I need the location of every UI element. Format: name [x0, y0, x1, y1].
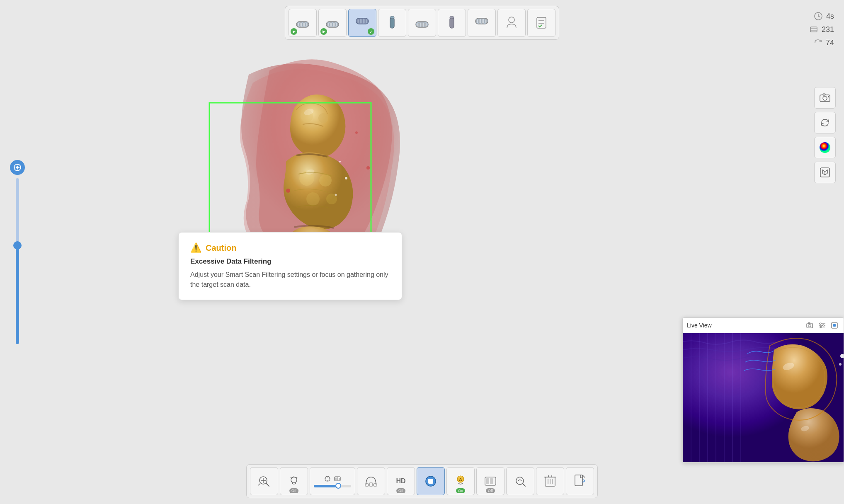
svg-rect-19	[420, 22, 422, 27]
top-btn-person[interactable]	[497, 9, 526, 37]
smart-badge: On	[456, 488, 465, 493]
slider-icon[interactable]	[10, 160, 25, 175]
bottom-btn-arch[interactable]	[357, 467, 385, 495]
svg-point-16	[390, 16, 394, 19]
svg-point-60	[339, 161, 341, 162]
svg-rect-90	[575, 475, 582, 486]
camera-btn[interactable]	[814, 87, 836, 109]
top-btn-bite[interactable]	[378, 9, 406, 37]
svg-point-61	[335, 194, 337, 196]
svg-point-44	[16, 166, 19, 169]
svg-rect-22	[450, 17, 454, 28]
svg-rect-18	[417, 23, 419, 27]
top-btn-checklist[interactable]	[527, 9, 555, 37]
right-stats: 4s 231 74	[809, 12, 834, 47]
svg-point-23	[450, 16, 454, 19]
top-btn-lower3[interactable]	[408, 9, 436, 37]
svg-point-98	[822, 325, 824, 326]
svg-point-115	[839, 363, 842, 366]
svg-rect-12	[360, 19, 362, 24]
bottom-slider-btn[interactable]	[310, 467, 355, 495]
bottom-btn-smart[interactable]: A On	[446, 467, 475, 495]
slider-fill	[314, 485, 336, 487]
svg-rect-82	[486, 478, 489, 484]
count1-value: 231	[822, 25, 834, 34]
count2-value: 74	[826, 39, 834, 47]
live-view-camera	[683, 333, 844, 463]
svg-rect-25	[477, 19, 478, 23]
svg-rect-91	[807, 323, 812, 328]
live-view-close-btn[interactable]	[829, 320, 839, 330]
svg-rect-40	[828, 96, 829, 97]
refresh-icon	[813, 38, 822, 47]
off-badge: Off	[486, 488, 495, 493]
svg-rect-3	[303, 22, 305, 27]
svg-point-48	[319, 174, 332, 187]
top-btn-upper2[interactable]	[468, 9, 496, 37]
svg-point-97	[820, 323, 821, 325]
svg-rect-34	[810, 27, 817, 32]
svg-rect-101	[833, 324, 836, 327]
svg-rect-11	[357, 19, 359, 23]
layers-icon	[809, 25, 818, 34]
live-view-panel: Live View	[682, 317, 844, 463]
svg-point-59	[345, 177, 347, 179]
hd-badge: Off	[396, 488, 405, 493]
bottom-btn-hd[interactable]: HD Off	[387, 467, 415, 495]
stat-time-row: 4s	[809, 12, 834, 21]
caution-subtitle: Excessive Data Filtering	[190, 257, 390, 266]
time-value: 4s	[826, 12, 834, 21]
warning-icon: ⚠️	[190, 242, 201, 253]
svg-rect-6	[327, 23, 329, 27]
live-view-title: Live View	[687, 322, 712, 329]
check-badge-3: ✓	[368, 28, 374, 35]
top-btn-lower1[interactable]: ▶	[289, 9, 317, 37]
bottom-btn-export[interactable]	[566, 467, 594, 495]
svg-rect-76	[373, 484, 377, 486]
top-btn-upper1[interactable]: ✓	[348, 9, 376, 37]
top-btn-post[interactable]	[438, 9, 466, 37]
svg-rect-1	[298, 23, 299, 27]
live-view-content	[683, 333, 844, 463]
bottom-slider-track	[314, 485, 351, 487]
bottom-toolbar: Off HD O	[246, 464, 598, 498]
svg-rect-78	[428, 479, 433, 484]
bottom-btn-magnify[interactable]	[250, 467, 278, 495]
slider-thumb	[335, 483, 341, 489]
bottom-btn-settings[interactable]: Off	[280, 467, 308, 495]
bottom-btn-record[interactable]	[417, 467, 445, 495]
live-view-header: Live View	[683, 318, 844, 333]
3d-view-btn[interactable]	[814, 162, 836, 183]
stat-count2-row: 74	[809, 38, 834, 47]
live-view-settings-btn[interactable]	[817, 320, 827, 330]
caution-header: ⚠️ Caution	[190, 242, 390, 253]
rotate-btn[interactable]	[814, 112, 836, 133]
top-btn-lower2[interactable]: ▶	[318, 9, 347, 37]
svg-rect-9	[336, 23, 337, 27]
svg-rect-30	[537, 17, 546, 28]
bottom-btn-off[interactable]: Off	[476, 467, 504, 495]
svg-rect-73	[339, 478, 340, 480]
bottom-btn-trash[interactable]	[536, 467, 564, 495]
stat-count1-row: 231	[809, 25, 834, 34]
color-sphere-btn[interactable]	[814, 137, 836, 158]
caution-box: ⚠️ Caution Excessive Data Filtering Adju…	[178, 232, 402, 300]
svg-point-38	[823, 96, 827, 100]
svg-rect-71	[335, 477, 337, 480]
caution-text: Adjust your Smart Scan Filtering setting…	[190, 270, 390, 290]
caution-title: Caution	[206, 243, 236, 253]
left-slider-container	[10, 83, 25, 421]
play-badge-1: ▶	[291, 28, 297, 35]
svg-line-64	[266, 483, 269, 486]
svg-rect-2	[300, 22, 302, 27]
svg-point-56	[286, 189, 290, 193]
svg-rect-26	[479, 19, 481, 24]
play-badge-2: ▶	[320, 28, 327, 35]
svg-rect-21	[425, 23, 427, 27]
bottom-btn-filter[interactable]	[506, 467, 534, 495]
top-toolbar: ▶ ▶ ✓	[285, 6, 559, 40]
svg-point-58	[355, 131, 358, 134]
live-view-capture-btn[interactable]	[805, 320, 815, 330]
depth-slider[interactable]	[16, 178, 19, 344]
svg-point-46	[318, 113, 328, 123]
